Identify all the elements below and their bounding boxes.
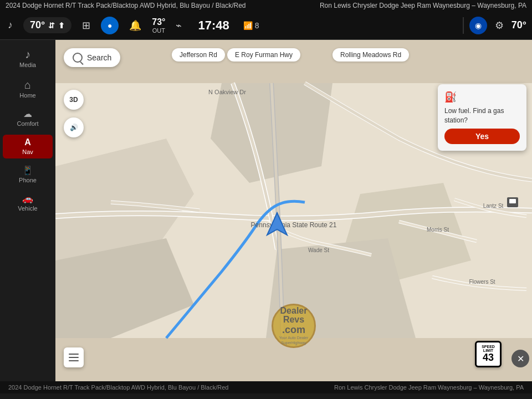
sidebar: ♪ Media ⌂ Home ☁ Comfort A Nav 📱 Phone 🚗… [0, 40, 55, 381]
clock-display: 17:48 [198, 18, 229, 33]
menu-line-2 [69, 357, 79, 358]
search-icon [73, 53, 83, 63]
speaker-icon: 🔊 [70, 124, 78, 131]
main-content: ♪ Media ⌂ Home ☁ Comfort A Nav 📱 Phone 🚗… [0, 40, 532, 381]
right-menu-icon[interactable]: ⚙ [493, 17, 506, 34]
rolling-meadows-chip[interactable]: Rolling Meadows Rd [332, 48, 409, 62]
fan-icon: ⇵ [48, 21, 55, 30]
speed-limit-label1: SPEED [479, 345, 498, 349]
sidebar-item-home[interactable]: ⌂ Home [3, 76, 53, 102]
top-bar-title: 2024 Dodge Hornet R/T Track Pack/Blackto… [6, 2, 246, 9]
yes-button[interactable]: Yes [444, 129, 520, 144]
apps-grid-icon[interactable]: ⊞ [80, 17, 93, 34]
watermark-line2: Revs [283, 315, 304, 324]
media-sidebar-icon: ♪ [25, 49, 30, 60]
current-location-arrow [266, 212, 288, 239]
signal-value: 8 [255, 21, 259, 30]
sidebar-item-comfort[interactable]: ☁ Comfort [3, 106, 53, 130]
low-fuel-popup: ⛽ Low fuel. Find a gas station? Yes [438, 84, 526, 151]
media-icon[interactable]: ♪ [6, 17, 15, 33]
close-popup-button[interactable]: ✕ [511, 350, 529, 367]
svg-marker-15 [267, 213, 287, 235]
sidebar-item-media[interactable]: ♪ Media [3, 45, 53, 71]
left-temp-display[interactable]: 70° ⇵ ⬆ [23, 17, 71, 33]
sidebar-media-label: Media [19, 62, 36, 68]
jefferson-rd-chip[interactable]: Jefferson Rd [172, 48, 225, 62]
jefferson-rd-label: Jefferson Rd [180, 51, 217, 59]
wiper-icon[interactable]: ⌁ [173, 17, 184, 34]
3d-label: 3D [69, 96, 78, 104]
signal-display: 📶 8 [243, 21, 259, 30]
sidebar-home-label: Home [19, 92, 35, 99]
bottom-bar-dealer: Ron Lewis Chrysler Dodge Jeep Ram Waynes… [334, 384, 524, 391]
svg-text:N Oakview Dr: N Oakview Dr [208, 89, 246, 95]
gas-pump-icon: ⛽ [444, 91, 457, 103]
right-temp-value: 70° [511, 19, 526, 31]
right-controls: ◉ ⚙ 70° [463, 17, 526, 34]
home-sidebar-icon: ⌂ [24, 79, 31, 90]
bottom-bar-title: 2024 Dodge Hornet R/T Track Pack/Blackto… [8, 384, 228, 391]
3d-toggle-button[interactable]: 3D [64, 90, 84, 110]
svg-text:Lantz St: Lantz St [483, 203, 504, 209]
seat-heat-icon: ⬆ [58, 21, 65, 30]
sidebar-comfort-label: Comfort [17, 120, 38, 127]
low-fuel-message: Low fuel. Find a gas station? [444, 106, 520, 125]
rolling-meadows-label: Rolling Meadows Rd [340, 51, 401, 59]
svg-text:Wade St: Wade St [308, 247, 329, 253]
outside-temp-value: 73° [152, 17, 165, 27]
sidebar-nav-label: Nav [22, 149, 33, 155]
top-info-bar: 2024 Dodge Hornet R/T Track Pack/Blackto… [0, 0, 532, 11]
vehicle-sidebar-icon: 🚗 [22, 195, 33, 203]
sidebar-vehicle-label: Vehicle [18, 205, 37, 212]
svg-text:Morris St: Morris St [427, 227, 449, 233]
infotainment-status-bar: ♪ 70° ⇵ ⬆ ⊞ ● 🔔 73° OUT ⌁ 17:48 📶 8 ◉ ⚙ … [0, 11, 532, 40]
signal-icon: 📶 [243, 21, 253, 30]
top-bar-dealer: Ron Lewis Chrysler Dodge Jeep Ram Waynes… [320, 2, 526, 9]
sidebar-item-phone[interactable]: 📱 Phone [3, 163, 53, 187]
furman-hwy-label: E Roy Furman Hwy [235, 51, 293, 59]
menu-line-1 [69, 354, 79, 355]
bottom-info-bar: 2024 Dodge Hornet R/T Track Pack/Blackto… [0, 381, 532, 393]
map-menu-button[interactable] [64, 347, 84, 367]
map-container[interactable]: N Oakview Dr Pennsylvania State Route 21… [55, 40, 532, 381]
svg-rect-13 [509, 199, 516, 203]
furman-hwy-chip[interactable]: E Roy Furman Hwy [227, 48, 300, 62]
sidebar-phone-label: Phone [19, 177, 37, 183]
map-search-bar[interactable]: Search [64, 48, 120, 67]
sidebar-item-vehicle[interactable]: 🚗 Vehicle [3, 191, 53, 215]
speed-limit-value: 43 [479, 352, 498, 364]
watermark-sub: Your Auto Dealer SuperHighway [273, 336, 314, 345]
connected-dot[interactable]: ● [101, 17, 119, 34]
search-label: Search [87, 53, 111, 62]
comfort-sidebar-icon: ☁ [23, 110, 32, 119]
speed-limit-sign: SPEED LIMIT 43 [475, 341, 502, 367]
outside-temp-label: OUT [152, 27, 165, 34]
phone-sidebar-icon: 📱 [22, 166, 33, 175]
svg-text:Pennsylvania State Route 21: Pennsylvania State Route 21 [251, 221, 337, 229]
sidebar-item-nav[interactable]: A Nav [3, 135, 53, 158]
watermark-line1: Dealer [280, 306, 308, 315]
nav-sidebar-icon: A [24, 138, 31, 147]
watermark-com: .com [282, 324, 305, 336]
audio-button[interactable]: 🔊 [64, 117, 84, 137]
watermark: Dealer Revs .com Your Auto Dealer SuperH… [272, 304, 316, 348]
svg-text:Flowers St: Flowers St [469, 279, 495, 285]
bluetooth-icon[interactable]: ◉ [469, 17, 487, 34]
left-temp-value: 70° [30, 19, 45, 31]
menu-line-3 [69, 360, 79, 361]
outside-temp-display: 73° OUT [152, 17, 165, 34]
notification-icon[interactable]: 🔔 [127, 17, 144, 34]
